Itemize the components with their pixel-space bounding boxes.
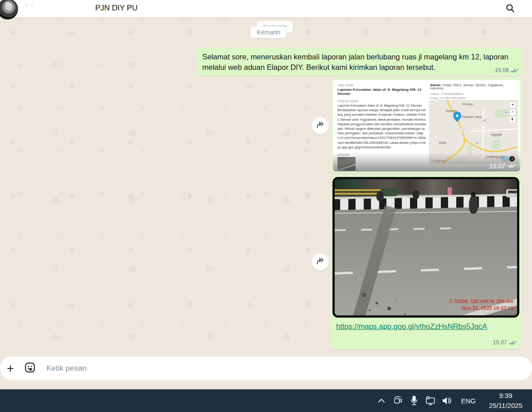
forward-arrow-icon bbox=[315, 120, 325, 132]
sticker-emoji-icon bbox=[24, 362, 36, 375]
motorcycle bbox=[413, 190, 419, 199]
message-meta-overlay: 15.07 bbox=[489, 162, 516, 170]
outgoing-message-text: Selamat sore, meneruskan kembali laporan… bbox=[197, 48, 523, 76]
report-deskripsi: Laporan Kerusakan Jalan di Jl. Magelang … bbox=[337, 103, 426, 150]
map-label-mlati: Mlati bbox=[439, 141, 446, 145]
road-badge: 982 bbox=[482, 119, 488, 123]
map-label-pandowo-harjo: Pandowo Harjo bbox=[462, 115, 482, 118]
message-time: 15.06 bbox=[495, 67, 509, 74]
tray-camera-icon[interactable] bbox=[392, 395, 404, 407]
system-tray: ENG 9:39 25/11/2025 bbox=[376, 391, 529, 411]
message-time: 15.07 bbox=[493, 339, 507, 346]
redacted-text-marks: : · bbox=[26, 3, 89, 7]
map-zoom-out-button: − bbox=[509, 109, 516, 116]
forward-button[interactable] bbox=[312, 253, 329, 270]
double-check-icon bbox=[511, 68, 518, 73]
map-zoom-in-button: + bbox=[509, 102, 516, 108]
sticker-button[interactable] bbox=[21, 362, 39, 375]
message-input[interactable] bbox=[45, 363, 532, 373]
message-text: Selamat sore, meneruskan kembali laporan… bbox=[197, 48, 523, 75]
report-lintang-1: Lintang: -7.70870561084602 bbox=[430, 92, 517, 96]
language-indicator[interactable]: ENG bbox=[457, 397, 479, 405]
motorcycle bbox=[376, 191, 384, 201]
avatar[interactable] bbox=[0, 0, 18, 20]
search-button[interactable] bbox=[504, 3, 517, 15]
report-judul-label: Judul aduan bbox=[337, 83, 426, 87]
tray-network-display-icon[interactable] bbox=[425, 395, 436, 407]
caption-link-row: https://maps.app.goo.gl/vthoZzHsNRbs5Jqc… bbox=[336, 322, 487, 331]
clock-date: 25/11/2025 bbox=[484, 401, 527, 411]
map-label-trimulyo: Trimulyo bbox=[462, 103, 473, 106]
report-alamat-label: Alamat: bbox=[430, 83, 441, 87]
tray-microphone-icon[interactable] bbox=[408, 395, 420, 407]
maps-link[interactable]: https://maps.app.goo.gl/vthoZzHsNRbs5Jqc… bbox=[336, 322, 487, 330]
taskbar-clock[interactable]: 9:39 25/11/2025 bbox=[484, 391, 527, 411]
road-badge: 14 bbox=[461, 127, 466, 131]
double-check-icon bbox=[509, 340, 517, 345]
chat-scroll-area[interactable]: Kemarin Kemarin Selamat sore, meneruskan… bbox=[0, 17, 532, 389]
chat-title[interactable]: PJN DIY PU bbox=[95, 4, 137, 13]
tray-speaker-icon[interactable] bbox=[441, 395, 453, 407]
message-composer: + bbox=[0, 357, 532, 380]
windows-taskbar: ENG 9:39 25/11/2025 bbox=[0, 389, 532, 412]
motorcycle-rider bbox=[469, 196, 478, 214]
gps-watermark: -7.70306, 110.34978, 255.4m Nov 21, 2025… bbox=[448, 298, 513, 312]
map-label-ngaglik: Ngaglik bbox=[491, 132, 502, 137]
outgoing-message-photo: -7.70306, 110.34978, 255.4m Nov 21, 2025… bbox=[331, 175, 521, 349]
road-badge: 802 bbox=[474, 142, 481, 146]
search-icon bbox=[505, 3, 516, 15]
road-photo[interactable]: -7.70306, 110.34978, 255.4m Nov 21, 2025… bbox=[332, 177, 519, 318]
double-check-icon bbox=[508, 162, 516, 170]
clock-time: 9:39 bbox=[484, 391, 527, 401]
attach-button[interactable]: + bbox=[0, 358, 21, 379]
report-deskripsi-label: Deskripsi aduan bbox=[337, 99, 426, 103]
message-time: 15.07 bbox=[489, 162, 505, 170]
report-judul: Laporan Kerusakan Jalan di Jl. Magelang … bbox=[337, 88, 426, 96]
report-image[interactable]: Judul aduan Laporan Kerusakan Jalan di J… bbox=[333, 80, 520, 172]
report-alamat: Alamat: Tridadi, 55511, Sleman, Sleman, … bbox=[430, 83, 517, 90]
road-badge: 894 bbox=[503, 111, 509, 115]
chat-header: : · · · PJN DIY PU bbox=[0, 0, 532, 17]
message-meta: 15.06 bbox=[495, 67, 518, 74]
redacted-text-marks-2: · · bbox=[80, 7, 87, 12]
plus-icon: + bbox=[7, 362, 14, 375]
tray-chevron-up-icon[interactable] bbox=[376, 395, 387, 407]
map-compass-icon bbox=[509, 116, 516, 123]
message-meta: 15.07 bbox=[493, 339, 517, 346]
car bbox=[506, 189, 519, 197]
date-badge: Kemarin bbox=[250, 26, 287, 38]
forward-button[interactable] bbox=[312, 117, 329, 134]
outgoing-message-image-report[interactable]: Judul aduan Laporan Kerusakan Jalan di J… bbox=[331, 78, 522, 173]
forward-arrow-icon bbox=[315, 256, 325, 268]
map-label-sleman: Sleman bbox=[445, 109, 457, 113]
